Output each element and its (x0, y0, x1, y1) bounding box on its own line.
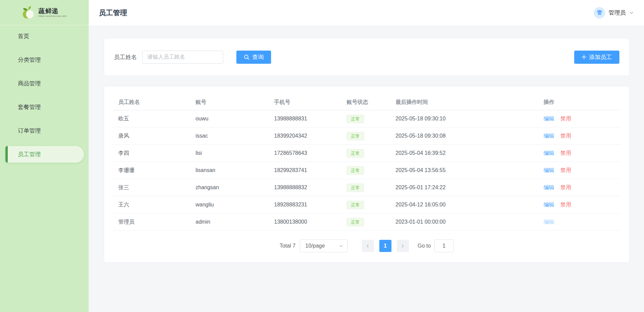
cell-status: 正常 (347, 166, 396, 175)
chevron-left-icon (365, 244, 370, 248)
cell-phone: 18928883231 (274, 202, 347, 208)
disable-link[interactable]: 禁用 (560, 133, 571, 140)
status-badge: 正常 (347, 115, 364, 123)
cell-account: ouwu (196, 116, 274, 122)
app-root: 蔬鲜递 FRESH VEGETABLE DELIVERY 首页分类管理商品管理套… (0, 0, 644, 312)
cell-employee-name: 李四 (118, 150, 196, 157)
pagination-total: Total 7 (280, 243, 295, 249)
table-body: 欧五ouwu13988888831正常2025-05-18 09:30:10编辑… (113, 110, 621, 231)
cell-account: admin (196, 219, 274, 225)
next-page-button[interactable] (397, 240, 409, 252)
cell-phone: 13988888832 (274, 185, 347, 191)
edit-link[interactable]: 编辑 (544, 133, 554, 140)
sidebar-item-category[interactable]: 分类管理 (5, 52, 84, 68)
add-employee-button[interactable]: 添加员工 (574, 51, 619, 64)
content: 员工姓名 查询 添加员工 员工姓名账号手机号账号状态最后操 (89, 25, 644, 312)
cell-last-operate-time: 2025-05-04 13:56:55 (396, 167, 544, 173)
table-row: 王六wangliu18928883231正常2025-04-12 16:05:0… (113, 196, 621, 214)
employee-name-input[interactable] (142, 51, 223, 64)
page-number-1[interactable]: 1 (379, 240, 391, 252)
user-name: 管理员 (609, 9, 626, 17)
sidebar-item-label: 商品管理 (18, 80, 41, 87)
table-row: 唐风issac18399204342正常2025-05-18 09:30:08编… (113, 127, 621, 145)
sidebar-item-label: 分类管理 (18, 56, 41, 64)
sidebar-item-employee[interactable]: 员工管理 (5, 146, 84, 163)
disable-link[interactable]: 禁用 (560, 150, 571, 157)
chevron-down-icon (629, 10, 634, 15)
search-icon (244, 54, 250, 60)
table-row: 张三zhangsan13988888832正常2025-05-01 17:24:… (113, 179, 621, 196)
column-header: 账号 (196, 99, 274, 106)
cell-last-operate-time: 2025-05-01 17:24:22 (396, 185, 544, 191)
cell-last-operate-time: 2025-05-04 16:39:52 (396, 150, 544, 156)
column-header: 账号状态 (347, 99, 396, 106)
cell-status: 正常 (347, 115, 396, 123)
cell-status: 正常 (347, 149, 396, 158)
cell-employee-name: 王六 (118, 201, 196, 208)
edit-link[interactable]: 编辑 (544, 167, 554, 174)
table-row: 李四lisi17286578643正常2025-05-04 16:39:52编辑… (113, 145, 621, 162)
cell-last-operate-time: 2025-05-18 09:30:10 (396, 116, 544, 122)
disable-link[interactable]: 禁用 (560, 167, 571, 174)
cell-actions: 编辑禁用 (544, 184, 621, 191)
sidebar-menu: 首页分类管理商品管理套餐管理订单管理员工管理 (0, 25, 89, 170)
brand-fruit-icon (22, 5, 36, 20)
goto-page-input[interactable] (434, 239, 454, 252)
search-panel: 员工姓名 查询 添加员工 (104, 38, 630, 76)
page-title: 员工管理 (99, 8, 127, 18)
cell-employee-name: 李珊珊 (118, 167, 196, 174)
status-badge: 正常 (347, 166, 364, 175)
chevron-down-icon (339, 244, 343, 248)
table-row: 管理员admin13800138000正常2023-01-01 00:00:00… (113, 214, 621, 231)
sidebar-item-order[interactable]: 订单管理 (5, 122, 84, 139)
edit-link[interactable]: 编辑 (544, 150, 554, 157)
cell-actions: 编辑 (544, 219, 621, 226)
edit-link[interactable]: 编辑 (544, 184, 554, 191)
disable-link[interactable]: 禁用 (560, 184, 571, 191)
cell-status: 正常 (347, 183, 396, 192)
sidebar-item-label: 首页 (18, 32, 29, 40)
topbar: 员工管理 管 管理员 (89, 0, 644, 25)
goto-label: Go to (418, 243, 431, 249)
cell-actions: 编辑禁用 (544, 133, 621, 140)
disable-link[interactable]: 禁用 (560, 115, 571, 122)
brand-name: 蔬鲜递 (38, 8, 67, 15)
cell-account: wangliu (196, 202, 274, 208)
disable-link[interactable]: 禁用 (560, 201, 571, 208)
cell-account: issac (196, 133, 274, 139)
pagination: Total 7 10/page 1 (113, 239, 621, 252)
cell-employee-name: 张三 (118, 184, 196, 191)
column-header: 员工姓名 (118, 99, 196, 106)
prev-page-button[interactable] (362, 240, 374, 252)
cell-phone: 13800138000 (274, 219, 347, 225)
brand-subtitle: FRESH VEGETABLE DELIVERY (38, 16, 67, 18)
edit-link[interactable]: 编辑 (544, 115, 554, 122)
employee-table: 员工姓名账号手机号账号状态最后操作时间操作 欧五ouwu13988888831正… (104, 86, 630, 263)
cell-actions: 编辑禁用 (544, 115, 621, 122)
edit-link[interactable]: 编辑 (544, 201, 554, 208)
sidebar-item-home[interactable]: 首页 (5, 28, 84, 45)
status-badge: 正常 (347, 149, 364, 158)
cell-employee-name: 欧五 (118, 115, 196, 122)
cell-status: 正常 (347, 201, 396, 209)
add-button-label: 添加员工 (589, 53, 612, 61)
column-header: 操作 (544, 99, 621, 106)
cell-last-operate-time: 2025-05-18 09:30:08 (396, 133, 544, 139)
cell-employee-name: 管理员 (118, 219, 196, 226)
sidebar-item-product[interactable]: 商品管理 (5, 75, 84, 92)
cell-employee-name: 唐风 (118, 133, 196, 140)
page-size-value: 10/page (305, 243, 325, 249)
sidebar-item-package[interactable]: 套餐管理 (5, 99, 84, 115)
column-header: 最后操作时间 (396, 99, 544, 106)
page-size-select[interactable]: 10/page (300, 239, 348, 252)
cell-status: 正常 (347, 132, 396, 140)
edit-link: 编辑 (544, 219, 554, 226)
cell-actions: 编辑禁用 (544, 150, 621, 157)
main-area: 员工管理 管 管理员 员工姓名 查询 (89, 0, 644, 312)
plus-icon (582, 55, 586, 59)
cell-phone: 18399204342 (274, 133, 347, 139)
user-menu[interactable]: 管 管理员 (594, 7, 634, 19)
query-button[interactable]: 查询 (236, 51, 271, 64)
table-row: 李珊珊lisansan18299283741正常2025-05-04 13:56… (113, 162, 621, 179)
sidebar: 蔬鲜递 FRESH VEGETABLE DELIVERY 首页分类管理商品管理套… (0, 0, 89, 312)
